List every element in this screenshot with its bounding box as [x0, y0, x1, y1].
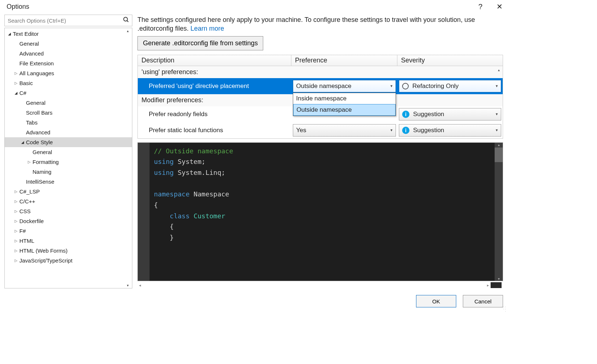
- combo-using-placement-severity[interactable]: Refactoring Only ▾: [399, 80, 501, 92]
- tree-item-dockerfile[interactable]: ▷Dockerfile: [5, 216, 132, 226]
- learn-more-link[interactable]: Learn more: [190, 25, 224, 32]
- tree-item-label: Advanced: [19, 50, 44, 57]
- tree-item-html[interactable]: ▷HTML: [5, 236, 132, 246]
- dropdown-option-outside[interactable]: Outside namespace: [293, 104, 396, 116]
- tree-item-label: C#_LSP: [19, 188, 40, 195]
- search-wrap: [4, 15, 132, 26]
- tree-item-label: General: [32, 149, 52, 155]
- ok-button[interactable]: OK: [416, 295, 456, 307]
- tree-item-general[interactable]: General: [5, 147, 132, 157]
- cancel-button[interactable]: Cancel: [463, 295, 503, 307]
- titlebar-buttons: ? ✕: [476, 2, 504, 11]
- tree-item-html-web-forms-[interactable]: ▷HTML (Web Forms): [5, 246, 132, 256]
- tree-item-scroll-bars[interactable]: Scroll Bars: [5, 108, 132, 118]
- row-using-placement[interactable]: Preferred 'using' directive placement Ou…: [138, 78, 503, 94]
- resize-grip-icon[interactable]: ∙∙∙ ∙∙ ∙: [502, 306, 507, 313]
- help-icon[interactable]: ?: [476, 3, 485, 11]
- options-dialog: Options ? ✕ ▴ ▾ ◢Text EditorGeneralAdvan: [0, 0, 508, 314]
- expand-icon[interactable]: ▷: [14, 219, 19, 223]
- expand-icon[interactable]: ▷: [14, 71, 19, 75]
- col-header-preference[interactable]: Preference: [291, 55, 397, 66]
- options-tree[interactable]: ▴ ▾ ◢Text EditorGeneralAdvancedFile Exte…: [5, 28, 132, 288]
- collapse-icon[interactable]: ◢: [14, 91, 19, 95]
- code-text: {: [154, 201, 158, 209]
- tree-item-general[interactable]: General: [5, 39, 132, 49]
- combo-using-placement-preference[interactable]: Outside namespace ▾ Inside namespace Out…: [293, 80, 396, 92]
- tree-item-label: CSS: [19, 208, 31, 214]
- group-using-preferences: 'using' preferences:: [138, 66, 503, 78]
- collapse-icon[interactable]: ◢: [7, 32, 12, 36]
- grid-scroll-up-icon[interactable]: ▴: [495, 67, 502, 73]
- code-vscrollbar[interactable]: ▴ ▾: [495, 143, 503, 281]
- tree-item-css[interactable]: ▷CSS: [5, 206, 132, 216]
- tree-item-tabs[interactable]: Tabs: [5, 118, 132, 127]
- row-static-local[interactable]: Prefer static local functions Yes ▾ i Su…: [138, 122, 503, 138]
- tree-item-label: Tabs: [25, 119, 38, 126]
- tree-item-label: General: [19, 41, 39, 47]
- scrollbar-thumb[interactable]: [495, 147, 503, 162]
- code-line: // Outside namespace: [154, 147, 233, 155]
- search-icon[interactable]: [123, 16, 129, 25]
- tree-item-c-c-[interactable]: ▷C/C++: [5, 196, 132, 206]
- tree-item-intellisense[interactable]: IntelliSense: [5, 177, 132, 187]
- collapse-icon[interactable]: ◢: [20, 140, 25, 144]
- dropdown-using-placement[interactable]: Inside namespace Outside namespace: [293, 93, 396, 116]
- expand-icon[interactable]: ▷: [14, 81, 19, 85]
- tree-item-general[interactable]: General: [5, 98, 132, 108]
- combo-using-placement-severity-value: Refactoring Only: [412, 83, 459, 90]
- tree-item-c-lsp[interactable]: ▷C#_LSP: [5, 187, 132, 196]
- search-input[interactable]: [4, 15, 132, 26]
- tree-item-advanced[interactable]: Advanced: [5, 49, 132, 58]
- combo-static-local-preference[interactable]: Yes ▾: [293, 124, 396, 137]
- combo-using-placement-value: Outside namespace: [296, 83, 351, 90]
- close-icon[interactable]: ✕: [495, 2, 504, 11]
- code-text: System;: [174, 158, 205, 165]
- expand-icon[interactable]: ▷: [27, 160, 32, 164]
- expand-icon[interactable]: ▷: [14, 239, 19, 243]
- code-hscrollbar[interactable]: ◂ ▸: [137, 282, 503, 288]
- tree-item-c-[interactable]: ◢C#: [5, 88, 132, 98]
- tree-item-label: Advanced: [25, 129, 50, 135]
- tree-item-f-[interactable]: ▷F#: [5, 226, 132, 236]
- expand-icon[interactable]: ▷: [14, 258, 19, 263]
- expand-icon[interactable]: ▷: [14, 189, 19, 194]
- tree-item-basic[interactable]: ▷Basic: [5, 78, 132, 88]
- dialog-footer: OK Cancel: [0, 288, 508, 314]
- code-keyword: using: [154, 158, 174, 165]
- tree-item-text-editor[interactable]: ◢Text Editor: [5, 29, 132, 39]
- tree-item-all-languages[interactable]: ▷All Languages: [5, 68, 132, 78]
- generate-editorconfig-button[interactable]: Generate .editorconfig file from setting…: [137, 36, 263, 50]
- combo-static-local-severity[interactable]: i Suggestion ▾: [399, 124, 501, 137]
- scroll-left-icon[interactable]: ◂: [139, 283, 141, 288]
- code-area[interactable]: // Outside namespace using System; using…: [150, 143, 495, 281]
- row-readonly-desc: Prefer readonly fields: [138, 111, 291, 118]
- col-header-severity[interactable]: Severity: [397, 55, 503, 66]
- tree-item-naming[interactable]: Naming: [5, 167, 132, 177]
- grid-header: Description Preference Severity: [137, 55, 503, 66]
- dropdown-option-inside[interactable]: Inside namespace: [293, 93, 396, 104]
- tree-item-formatting[interactable]: ▷Formatting: [5, 157, 132, 167]
- tree-item-code-style[interactable]: ◢Code Style: [5, 137, 132, 147]
- tree-item-javascript-typescript[interactable]: ▷JavaScript/TypeScript: [5, 256, 132, 265]
- scroll-right-icon[interactable]: ▸: [487, 283, 489, 288]
- combo-readonly-severity[interactable]: i Suggestion ▾: [399, 108, 501, 120]
- scroll-up-icon[interactable]: ▴: [127, 29, 131, 33]
- dialog-title: Options: [7, 3, 29, 11]
- tree-item-label: Scroll Bars: [25, 110, 53, 116]
- code-type: Customer: [190, 212, 226, 220]
- tree-item-label: F#: [19, 228, 26, 234]
- chevron-down-icon: ▾: [496, 128, 498, 133]
- code-keyword: namespace: [154, 190, 190, 198]
- col-header-description[interactable]: Description: [138, 55, 291, 66]
- expand-icon[interactable]: ▷: [14, 229, 19, 233]
- titlebar: Options ? ✕: [0, 0, 508, 15]
- severity-none-icon: [402, 83, 409, 89]
- expand-icon[interactable]: ▷: [14, 209, 19, 213]
- expand-icon[interactable]: ▷: [14, 249, 19, 253]
- chevron-down-icon: ▾: [390, 84, 393, 88]
- expand-icon[interactable]: ▷: [14, 199, 19, 203]
- tree-item-label: Formatting: [32, 159, 59, 165]
- tree-item-file-extension[interactable]: File Extension: [5, 58, 132, 68]
- scroll-down-icon[interactable]: ▾: [127, 283, 131, 287]
- tree-item-advanced[interactable]: Advanced: [5, 127, 132, 137]
